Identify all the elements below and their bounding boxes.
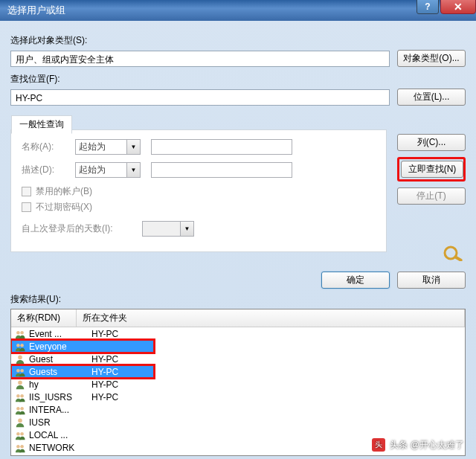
help-button[interactable]: ? — [416, 0, 439, 14]
svg-point-16 — [20, 431, 24, 435]
chevron-down-icon[interactable]: ▼ — [181, 221, 194, 237]
disabled-accounts-label: 禁用的帐户(B) — [36, 185, 92, 198]
table-body: Event ...HY-PCEveryoneGuestHY-PCGuestsHY… — [11, 327, 465, 454]
object-type-field: 用户、组或内置安全主体 — [10, 51, 390, 67]
cell-name: Guest — [29, 354, 89, 365]
cell-name: INTERA... — [29, 405, 89, 415]
cell-name: Event ... — [29, 329, 89, 339]
table-header: 名称(RDN) 所在文件夹 — [11, 309, 465, 327]
find-now-button[interactable]: 立即查找(N) — [401, 161, 463, 178]
svg-point-14 — [18, 418, 22, 423]
svg-point-17 — [16, 444, 20, 448]
desc-op-value[interactable] — [75, 162, 127, 178]
search-icon — [442, 245, 466, 261]
noexpire-password-label: 不过期密码(X) — [36, 201, 92, 214]
col-name[interactable]: 名称(RDN) — [11, 309, 77, 327]
ok-button[interactable]: 确定 — [321, 272, 390, 289]
svg-point-7 — [16, 368, 20, 372]
cancel-button[interactable]: 取消 — [397, 272, 466, 289]
columns-button[interactable]: 列(C)... — [397, 134, 466, 151]
table-row[interactable]: Event ...HY-PC — [11, 327, 465, 340]
location-field: HY-PC — [10, 89, 390, 106]
svg-point-3 — [20, 330, 24, 334]
svg-point-11 — [20, 394, 24, 397]
group-icon — [14, 392, 26, 402]
svg-point-15 — [16, 431, 20, 435]
object-types-button[interactable]: 对象类型(O)... — [397, 50, 466, 67]
col-folder[interactable]: 所在文件夹 — [77, 309, 465, 327]
chevron-down-icon[interactable]: ▼ — [127, 162, 141, 178]
find-now-highlight: 立即查找(N) — [397, 157, 466, 182]
location-label: 查找位置(F): — [10, 73, 466, 86]
disabled-accounts-checkbox[interactable] — [22, 187, 31, 196]
group-icon — [14, 367, 26, 377]
svg-rect-1 — [454, 255, 463, 261]
table-row[interactable]: Everyone — [11, 340, 154, 353]
table-row[interactable]: GuestsHY-PC — [11, 365, 154, 378]
cell-name: IUSR — [29, 417, 89, 428]
days-value[interactable] — [142, 221, 181, 237]
window-buttons: ? ✕ — [416, 2, 476, 19]
cell-name: NETWORK — [29, 443, 89, 453]
watermark-text: 头条 @开心太难了 — [390, 439, 464, 452]
object-type-label: 选择此对象类型(S): — [10, 34, 466, 47]
cell-folder: HY-PC — [91, 367, 118, 377]
cell-folder: HY-PC — [91, 329, 118, 339]
svg-point-2 — [16, 330, 20, 334]
watermark: 头 头条 @开心太难了 — [372, 438, 464, 452]
dialog-content: 选择此对象类型(S): 用户、组或内置安全主体 对象类型(O)... 查找位置(… — [0, 21, 476, 459]
close-button[interactable]: ✕ — [440, 0, 476, 14]
table-row[interactable]: IUSR — [11, 416, 465, 428]
chevron-down-icon[interactable]: ▼ — [127, 139, 141, 155]
group-icon — [14, 430, 26, 440]
svg-point-12 — [16, 406, 20, 410]
table-row[interactable]: INTERA... — [11, 403, 465, 416]
tab-common-query[interactable]: 一般性查询 — [11, 115, 72, 134]
results-label: 搜索结果(U): — [10, 293, 466, 306]
table-row[interactable]: IIS_IUSRSHY-PC — [11, 391, 465, 403]
cell-folder: HY-PC — [91, 392, 118, 402]
name-label: 名称(A): — [22, 141, 66, 153]
name-op-value[interactable] — [75, 139, 127, 155]
stop-button: 停止(T) — [397, 187, 466, 205]
group-icon — [14, 443, 26, 453]
svg-point-9 — [18, 380, 22, 385]
name-op-combo[interactable]: ▼ — [75, 139, 142, 155]
window-title: 选择用户或组 — [7, 4, 416, 17]
desc-input[interactable] — [151, 162, 292, 178]
svg-point-8 — [20, 368, 24, 372]
cell-name: IIS_IUSRS — [29, 392, 89, 402]
cell-name: Everyone — [29, 341, 89, 352]
titlebar: 选择用户或组 ? ✕ — [0, 0, 476, 21]
cell-name: LOCAL ... — [29, 430, 89, 440]
group-icon — [14, 341, 26, 352]
desc-op-combo[interactable]: ▼ — [75, 162, 142, 178]
locations-button[interactable]: 位置(L)... — [397, 89, 466, 106]
user-icon — [14, 417, 26, 428]
days-since-logon-label: 自上次登录后的天数(I): — [22, 222, 133, 235]
table-row[interactable]: hyHY-PC — [11, 378, 465, 391]
svg-point-5 — [20, 343, 24, 347]
svg-point-13 — [20, 406, 24, 410]
name-input[interactable] — [151, 139, 292, 155]
watermark-logo-icon: 头 — [372, 438, 385, 452]
svg-point-6 — [18, 355, 22, 359]
svg-point-4 — [16, 343, 20, 347]
days-combo[interactable]: ▼ — [142, 221, 194, 237]
group-icon — [14, 405, 26, 415]
user-icon — [14, 354, 26, 365]
svg-point-10 — [16, 394, 20, 397]
cell-folder: HY-PC — [91, 354, 118, 365]
group-icon — [14, 329, 26, 339]
results-table: 名称(RDN) 所在文件夹 Event ...HY-PCEveryoneGues… — [10, 309, 466, 456]
desc-label: 描述(D): — [22, 164, 66, 176]
cell-name: Guests — [29, 367, 89, 377]
table-row[interactable]: GuestHY-PC — [11, 353, 465, 365]
common-query-group: 一般性查询 名称(A): ▼ 描述(D): ▼ — [10, 129, 387, 252]
cell-folder: HY-PC — [91, 379, 118, 390]
svg-point-18 — [20, 444, 24, 448]
user-icon — [14, 379, 26, 390]
noexpire-password-checkbox[interactable] — [22, 202, 31, 212]
cell-name: hy — [29, 379, 89, 390]
